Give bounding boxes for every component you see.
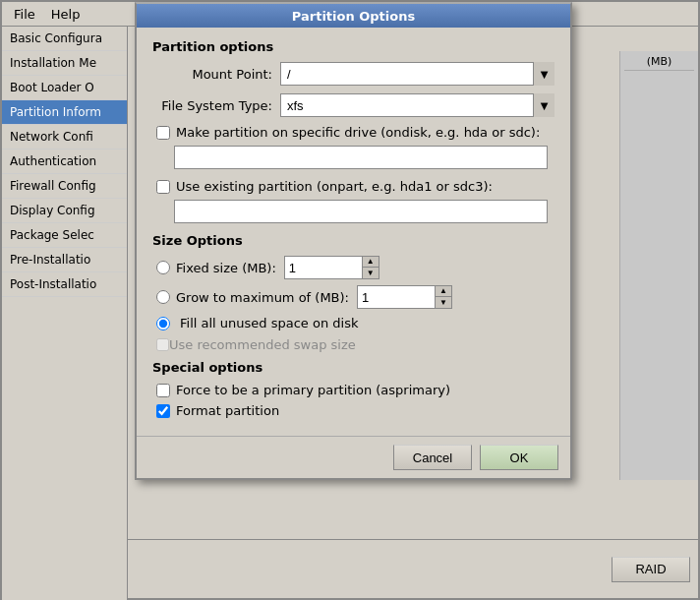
format-checkbox[interactable] bbox=[156, 404, 170, 418]
dialog-title: Partition Options bbox=[292, 9, 415, 24]
filesystem-type-select-wrapper: xfs ext4 ext3 ext2 swap vfat ▼ bbox=[280, 93, 554, 117]
ondisk-checkbox[interactable] bbox=[156, 126, 170, 140]
sidebar-item-display-config[interactable]: Display Config bbox=[2, 199, 127, 223]
ok-button[interactable]: OK bbox=[480, 445, 558, 470]
filesystem-type-select[interactable]: xfs ext4 ext3 ext2 swap vfat bbox=[280, 93, 554, 117]
grow-to-max-label: Grow to maximum of (MB): bbox=[176, 290, 349, 305]
onpart-label: Use existing partition (onpart, e.g. hda… bbox=[176, 179, 493, 194]
sidebar-item-pre-install[interactable]: Pre-Installatio bbox=[2, 248, 127, 272]
sidebar-item-boot-loader[interactable]: Boot Loader O bbox=[2, 76, 127, 100]
sidebar-item-network-config[interactable]: Network Confi bbox=[2, 125, 127, 150]
grow-to-max-radio[interactable] bbox=[156, 290, 170, 304]
fixed-size-row: Fixed size (MB): ▲ ▼ bbox=[152, 256, 554, 279]
sidebar-item-installation-me[interactable]: Installation Me bbox=[2, 51, 127, 76]
special-options-heading: Special options bbox=[152, 360, 554, 375]
fill-all-label: Fill all unused space on disk bbox=[176, 315, 362, 331]
fixed-size-radio[interactable] bbox=[156, 261, 170, 274]
primary-label: Force to be a primary partition (asprima… bbox=[176, 383, 450, 397]
app-window: File Help Basic Configura Installation M… bbox=[0, 0, 700, 600]
sidebar-item-firewall-config[interactable]: Firewall Config bbox=[2, 174, 127, 199]
raid-button[interactable]: RAID bbox=[612, 557, 690, 582]
mount-point-row: Mount Point: / /boot /home /var swap ▼ bbox=[152, 62, 554, 86]
partition-options-dialog: Partition Options Partition options Moun… bbox=[135, 2, 572, 480]
filesystem-type-label: File System Type: bbox=[152, 98, 280, 113]
grow-to-max-row: Grow to maximum of (MB): ▲ ▼ bbox=[152, 285, 554, 309]
mount-point-label: Mount Point: bbox=[152, 67, 280, 82]
fixed-size-up-button[interactable]: ▲ bbox=[363, 257, 379, 268]
panel-footer: RAID bbox=[128, 539, 698, 598]
ondisk-input[interactable] bbox=[174, 146, 548, 169]
size-options-heading: Size Options bbox=[152, 233, 554, 248]
use-swap-checkbox[interactable] bbox=[156, 338, 169, 351]
grow-to-max-up-button[interactable]: ▲ bbox=[436, 286, 451, 297]
dialog-content: Partition options Mount Point: / /boot /… bbox=[137, 28, 570, 436]
filesystem-type-row: File System Type: xfs ext4 ext3 ext2 swa… bbox=[152, 93, 554, 117]
use-swap-row: Use recommended swap size bbox=[152, 337, 554, 352]
fill-all-row: Fill all unused space on disk bbox=[152, 315, 554, 331]
mount-point-select[interactable]: / /boot /home /var swap bbox=[280, 62, 554, 86]
grow-to-max-spinbox: ▲ ▼ bbox=[357, 285, 452, 309]
sidebar-item-post-install[interactable]: Post-Installatio bbox=[2, 272, 127, 297]
fixed-size-spinbox: ▲ ▼ bbox=[284, 256, 379, 279]
menu-file[interactable]: File bbox=[6, 5, 43, 24]
sidebar-item-package-select[interactable]: Package Selec bbox=[2, 223, 127, 248]
sidebar-item-authentication[interactable]: Authentication bbox=[2, 150, 127, 174]
sidebar-item-partition-info[interactable]: Partition Inform bbox=[2, 100, 127, 125]
sidebar-item-basic-config[interactable]: Basic Configura bbox=[2, 27, 127, 51]
ondisk-label: Make partition on specific drive (ondisk… bbox=[176, 125, 540, 140]
onpart-checkbox-row: Use existing partition (onpart, e.g. hda… bbox=[152, 179, 554, 194]
format-label: Format partition bbox=[176, 403, 279, 418]
grow-to-max-spinbox-buttons: ▲ ▼ bbox=[436, 285, 452, 309]
column-label: (MB) bbox=[624, 55, 694, 71]
primary-checkbox-row: Force to be a primary partition (asprima… bbox=[152, 383, 554, 397]
cancel-button[interactable]: Cancel bbox=[393, 445, 472, 470]
primary-checkbox[interactable] bbox=[156, 384, 170, 397]
ondisk-checkbox-row: Make partition on specific drive (ondisk… bbox=[152, 125, 554, 140]
right-column: (MB) bbox=[619, 51, 698, 480]
mount-point-select-wrapper: / /boot /home /var swap ▼ bbox=[280, 62, 554, 86]
fixed-size-down-button[interactable]: ▼ bbox=[363, 268, 379, 278]
use-swap-label: Use recommended swap size bbox=[169, 337, 356, 352]
fixed-size-input[interactable] bbox=[284, 256, 363, 279]
grow-to-max-input[interactable] bbox=[357, 285, 436, 309]
fixed-size-label: Fixed size (MB): bbox=[176, 261, 276, 275]
sidebar: Basic Configura Installation Me Boot Loa… bbox=[2, 27, 128, 600]
grow-to-max-down-button[interactable]: ▼ bbox=[436, 297, 451, 308]
onpart-input[interactable] bbox=[174, 200, 548, 223]
partition-options-heading: Partition options bbox=[152, 39, 554, 54]
fill-all-radio[interactable] bbox=[156, 317, 170, 330]
onpart-checkbox[interactable] bbox=[156, 180, 170, 194]
dialog-titlebar: Partition Options bbox=[137, 4, 570, 28]
format-checkbox-row: Format partition bbox=[152, 403, 554, 418]
menu-help[interactable]: Help bbox=[43, 5, 88, 24]
dialog-footer: Cancel OK bbox=[137, 436, 570, 478]
fixed-size-spinbox-buttons: ▲ ▼ bbox=[363, 256, 379, 279]
